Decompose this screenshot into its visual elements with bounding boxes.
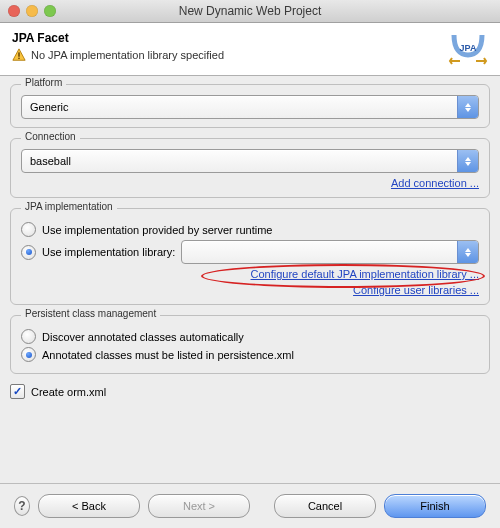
radio-discover-auto-label: Discover annotated classes automatically xyxy=(42,331,244,343)
close-icon[interactable] xyxy=(8,5,20,17)
page-title: JPA Facet xyxy=(12,31,440,45)
radio-impl-library-label: Use implementation library: xyxy=(42,246,175,258)
platform-legend: Platform xyxy=(21,77,66,88)
banner-message: No JPA implementation library specified xyxy=(31,49,224,61)
platform-combo[interactable]: Generic xyxy=(21,95,479,119)
jpa-impl-group: JPA implementation Use implementation pr… xyxy=(10,208,490,305)
radio-listed-persistence[interactable] xyxy=(21,347,36,362)
help-icon[interactable]: ? xyxy=(14,496,30,516)
connection-legend: Connection xyxy=(21,131,80,142)
platform-group: Platform Generic xyxy=(10,84,490,128)
create-orm-checkbox[interactable] xyxy=(10,384,25,399)
chevron-updown-icon xyxy=(457,241,478,263)
connection-group: Connection baseball Add connection ... xyxy=(10,138,490,198)
platform-value: Generic xyxy=(30,101,457,113)
cancel-button[interactable]: Cancel xyxy=(274,494,376,518)
dialog-window: New Dynamic Web Project JPA Facet No JPA… xyxy=(0,0,500,528)
persistent-class-legend: Persistent class management xyxy=(21,308,160,319)
zoom-icon[interactable] xyxy=(44,5,56,17)
connection-value: baseball xyxy=(30,155,457,167)
svg-rect-1 xyxy=(18,52,19,56)
configure-default-library-link[interactable]: Configure default JPA implementation lib… xyxy=(251,268,479,280)
impl-library-combo[interactable] xyxy=(181,240,479,264)
create-orm-label: Create orm.xml xyxy=(31,386,106,398)
radio-discover-auto[interactable] xyxy=(21,329,36,344)
radio-server-runtime[interactable] xyxy=(21,222,36,237)
back-button[interactable]: < Back xyxy=(38,494,140,518)
minimize-icon[interactable] xyxy=(26,5,38,17)
finish-button[interactable]: Finish xyxy=(384,494,486,518)
radio-impl-library[interactable] xyxy=(21,245,36,260)
dialog-body: Platform Generic Connection baseball Add… xyxy=(0,76,500,483)
warning-icon xyxy=(12,48,26,62)
persistent-class-group: Persistent class management Discover ann… xyxy=(10,315,490,374)
configure-user-libraries-link[interactable]: Configure user libraries ... xyxy=(353,284,479,296)
radio-server-runtime-label: Use implementation provided by server ru… xyxy=(42,224,273,236)
jpa-impl-legend: JPA implementation xyxy=(21,201,117,212)
svg-text:JPA: JPA xyxy=(460,43,477,53)
chevron-updown-icon xyxy=(457,150,478,172)
connection-combo[interactable]: baseball xyxy=(21,149,479,173)
titlebar: New Dynamic Web Project xyxy=(0,0,500,23)
window-title: New Dynamic Web Project xyxy=(0,4,500,18)
svg-rect-2 xyxy=(18,58,19,59)
jpa-icon: JPA xyxy=(448,31,488,65)
banner: JPA Facet No JPA implementation library … xyxy=(0,23,500,76)
radio-listed-persistence-label: Annotated classes must be listed in pers… xyxy=(42,349,294,361)
traffic-lights xyxy=(0,5,56,17)
chevron-updown-icon xyxy=(457,96,478,118)
add-connection-link[interactable]: Add connection ... xyxy=(391,177,479,189)
footer: ? < Back Next > Cancel Finish xyxy=(0,483,500,528)
next-button: Next > xyxy=(148,494,250,518)
